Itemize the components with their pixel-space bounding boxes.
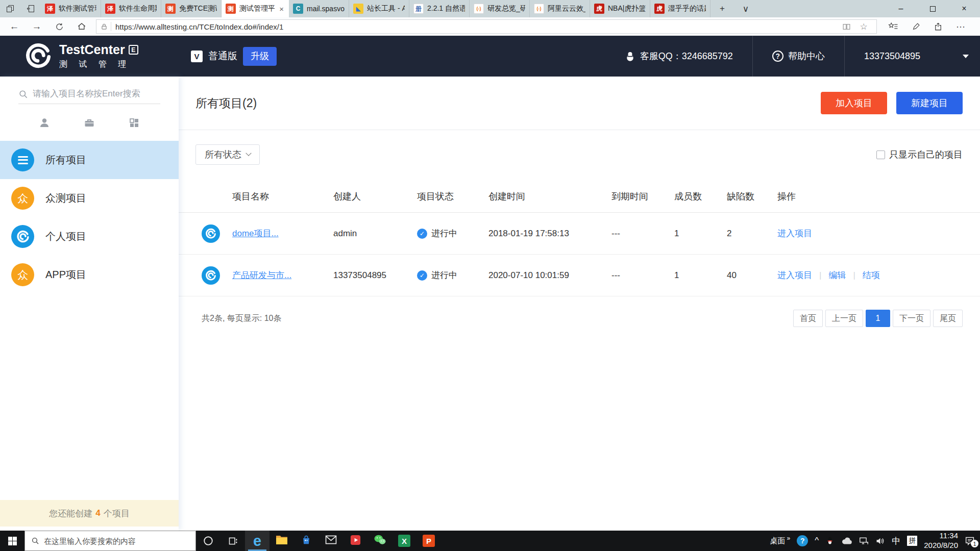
windows-taskbar: eXP 桌面 » ? ^ 中 拼 bbox=[0, 531, 980, 551]
network-icon[interactable] bbox=[859, 537, 869, 545]
sidebar-item-所有项目[interactable]: 所有项目 bbox=[0, 141, 179, 179]
project-name-link[interactable]: 产品研发与市... bbox=[232, 269, 333, 281]
apps-grid-icon[interactable] bbox=[127, 115, 142, 131]
project-name-link[interactable]: dome项目... bbox=[232, 228, 333, 239]
store-icon bbox=[301, 534, 312, 547]
help-label: 帮助中心 bbox=[788, 50, 825, 62]
maximize-button[interactable] bbox=[917, 0, 948, 17]
browser-tab[interactable]: 虎NBA|虎扑篮球 bbox=[590, 0, 650, 17]
action-link[interactable]: 进入项目 bbox=[777, 269, 812, 281]
account-menu[interactable]: 13373504895 bbox=[845, 36, 980, 77]
hamburger-bars bbox=[18, 156, 28, 164]
action-center-button[interactable]: 1 bbox=[965, 536, 975, 545]
action-link[interactable]: 结项 bbox=[863, 269, 880, 281]
briefcase-icon[interactable] bbox=[82, 115, 97, 131]
file-explorer-icon bbox=[276, 535, 288, 547]
set-aside-tabs-icon[interactable] bbox=[20, 0, 41, 17]
desktop-toolbar[interactable]: 桌面 » bbox=[770, 536, 791, 546]
close-window-button[interactable]: × bbox=[948, 0, 980, 17]
qq-penguin-icon bbox=[625, 51, 635, 62]
actions-cell: 进入项目 bbox=[777, 228, 963, 239]
help-tray-icon[interactable]: ? bbox=[797, 535, 808, 546]
page-button-下一页[interactable]: 下一页 bbox=[893, 310, 930, 327]
refresh-button[interactable] bbox=[48, 19, 70, 34]
ime-pinyin-indicator[interactable]: 拼 bbox=[907, 536, 917, 546]
share-icon[interactable] bbox=[927, 22, 949, 31]
new-tab-button[interactable]: + bbox=[710, 0, 734, 17]
ime-mode-indicator[interactable]: 中 bbox=[892, 535, 900, 547]
favorites-hub-icon[interactable] bbox=[882, 22, 904, 31]
annotate-pen-icon[interactable] bbox=[904, 22, 927, 31]
browser-tab[interactable]: 册2.2.1 自然语言脚本 bbox=[409, 0, 470, 17]
reading-view-icon[interactable] bbox=[838, 23, 855, 31]
user-icon[interactable] bbox=[37, 115, 52, 131]
volume-icon[interactable] bbox=[875, 537, 885, 545]
taskbar-app-excel[interactable]: X bbox=[392, 531, 416, 551]
action-link[interactable]: 编辑 bbox=[828, 269, 846, 281]
address-field[interactable]: https://www.alltesting.cn/TCE/toIndex.do… bbox=[96, 19, 877, 34]
logo-badge: E bbox=[129, 45, 138, 55]
close-tab-icon[interactable]: × bbox=[278, 5, 285, 13]
taskbar-clock[interactable]: 11:34 2020/8/20 bbox=[924, 531, 958, 550]
back-button[interactable]: ← bbox=[3, 19, 26, 34]
browser-tab[interactable]: (-)阿里云云效_小微企 bbox=[530, 0, 590, 17]
task-view-button[interactable] bbox=[220, 531, 245, 551]
tab-favicon: ◣ bbox=[353, 4, 363, 14]
help-center[interactable]: ? 帮助中心 bbox=[753, 36, 844, 77]
qq-tray-icon[interactable] bbox=[825, 536, 835, 545]
status-filter-value: 所有状态 bbox=[205, 148, 241, 161]
tab-strip: 泽软件测试管理工具泽软件生命周期管理测免费TCE测试管理测测试管理平台×Cmai… bbox=[41, 0, 710, 17]
onedrive-cloud-icon[interactable] bbox=[841, 537, 852, 545]
browser-tab[interactable]: (-)研发总览_研发度量 bbox=[470, 0, 530, 17]
taskbar-app-powerpoint[interactable]: P bbox=[416, 531, 441, 551]
taskbar-app-file-explorer[interactable] bbox=[270, 531, 294, 551]
forward-button[interactable]: → bbox=[26, 19, 48, 34]
service-qq[interactable]: 客服QQ：3246685792 bbox=[605, 36, 752, 77]
browser-tab[interactable]: 泽软件测试管理工具 bbox=[41, 0, 101, 17]
taskbar-app-edge-browser[interactable]: e bbox=[245, 531, 270, 551]
browser-tab[interactable]: 测免费TCE测试管理 bbox=[161, 0, 222, 17]
browser-tab[interactable]: Cmail.spasvo.com bbox=[289, 0, 349, 17]
column-header: 创建人 bbox=[333, 190, 417, 203]
upgrade-button[interactable]: 升级 bbox=[243, 47, 277, 66]
taskbar-app-video-app[interactable] bbox=[343, 531, 368, 551]
taskbar-app-mail[interactable] bbox=[318, 531, 343, 551]
cortana-button[interactable] bbox=[196, 531, 220, 551]
sidebar-item-APP项目[interactable]: 众APP项目 bbox=[0, 256, 179, 294]
browser-tab[interactable]: ◣站长工具 - Alltesti bbox=[349, 0, 409, 17]
favorite-star-icon[interactable]: ☆ bbox=[855, 21, 872, 32]
status-filter-select[interactable]: 所有状态 bbox=[195, 144, 260, 165]
browser-tab[interactable]: 虎湿乎乎的话题 - 第 bbox=[650, 0, 710, 17]
tab-title: 研发总览_研发度量 bbox=[487, 4, 525, 13]
only-mine-checkbox[interactable] bbox=[876, 151, 885, 159]
page-title: 所有项目(2) bbox=[195, 95, 257, 111]
project-search-input[interactable] bbox=[33, 89, 160, 99]
home-button[interactable] bbox=[70, 19, 93, 34]
page-button-首页[interactable]: 首页 bbox=[793, 310, 823, 327]
taskbar-app-wechat[interactable] bbox=[368, 531, 392, 551]
project-search[interactable] bbox=[18, 89, 160, 104]
join-project-button[interactable]: 加入项目 bbox=[821, 92, 887, 114]
page-button-尾页[interactable]: 尾页 bbox=[933, 310, 963, 327]
sidebar-item-个人项目[interactable]: 个人项目 bbox=[0, 217, 179, 256]
tab-list-button[interactable]: ∨ bbox=[734, 0, 757, 17]
taskbar-search[interactable] bbox=[24, 531, 196, 551]
browser-tab[interactable]: 泽软件生命周期管理 bbox=[101, 0, 161, 17]
start-button[interactable] bbox=[0, 531, 24, 551]
only-mine-option[interactable]: 只显示自己的项目 bbox=[876, 148, 963, 161]
new-project-button[interactable]: 新建项目 bbox=[896, 92, 963, 114]
browser-tab[interactable]: 测测试管理平台× bbox=[222, 0, 289, 17]
sidebar-item-众测项目[interactable]: 众众测项目 bbox=[0, 179, 179, 217]
taskbar-search-input[interactable] bbox=[44, 537, 189, 545]
page-button-上一页[interactable]: 上一页 bbox=[825, 310, 863, 327]
toolbar-expand-icon[interactable]: » bbox=[787, 535, 791, 542]
more-options-icon[interactable]: ··· bbox=[949, 21, 972, 32]
hidden-icons-chevron[interactable]: ^ bbox=[815, 536, 819, 546]
action-link[interactable]: 进入项目 bbox=[777, 228, 812, 239]
taskbar-app-store[interactable] bbox=[294, 531, 318, 551]
filter-row: 所有状态 只显示自己的项目 bbox=[195, 144, 963, 165]
page-button-1[interactable]: 1 bbox=[866, 310, 890, 327]
minimize-button[interactable]: – bbox=[885, 0, 917, 17]
tab-preview-icon[interactable] bbox=[0, 0, 20, 17]
action-separator: | bbox=[819, 270, 821, 281]
